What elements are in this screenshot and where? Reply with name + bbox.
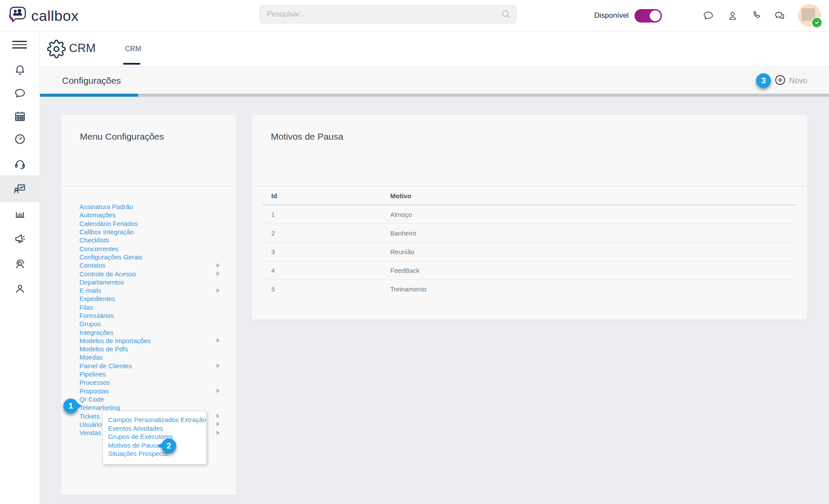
sidebar-item-calendar[interactable] bbox=[0, 104, 39, 128]
phone-icon[interactable] bbox=[748, 0, 765, 31]
menu-item-modelos-de-importacoes[interactable]: Modelos de Importações bbox=[61, 337, 236, 345]
submenu-item-motivos-de-pausa[interactable]: Motivos de Pausa bbox=[108, 441, 206, 450]
menu-item-integracoes[interactable]: Integrações bbox=[61, 328, 236, 336]
global-search bbox=[260, 5, 516, 23]
search-icon bbox=[501, 9, 511, 21]
table-cell: Banheiro bbox=[390, 224, 796, 242]
menu-item-configuracoes-gerais[interactable]: Configurações Gerais bbox=[61, 253, 236, 261]
menu-item-pipelines[interactable]: Pipelines bbox=[61, 370, 236, 378]
search-input[interactable] bbox=[260, 5, 516, 23]
menu-item-label: Telemarketing bbox=[79, 404, 120, 411]
content-area: Menu Configurações Assinatura PadrãoAuto… bbox=[39, 97, 829, 504]
menu-item-label: Calendário Feriados bbox=[79, 220, 138, 227]
user-icon[interactable] bbox=[724, 0, 741, 31]
menu-item-label: Moedas bbox=[79, 353, 102, 361]
menu-item-painel-de-clientes[interactable]: Painel de Clientes bbox=[61, 362, 236, 370]
column-header-id: Id bbox=[263, 187, 390, 205]
comment-icon[interactable] bbox=[700, 0, 717, 31]
menu-item-calendario-feriados[interactable]: Calendário Feriados bbox=[61, 219, 236, 228]
sidebar-item-support[interactable] bbox=[0, 152, 39, 176]
app-title: CRM bbox=[69, 42, 96, 55]
menu-item-contatos[interactable]: Contatos bbox=[61, 261, 236, 269]
menu-item-label: Vendas bbox=[79, 429, 101, 436]
submenu-item-situacoes-prospects[interactable]: Situações Prospects bbox=[108, 449, 206, 458]
table-row[interactable]: 1Almoço bbox=[263, 205, 796, 224]
menu-item-expedientes[interactable]: Expedientes bbox=[61, 295, 236, 303]
menu-item-qr-code[interactable]: Qr Code bbox=[61, 395, 236, 403]
bar-chart-icon bbox=[13, 207, 26, 220]
menu-item-callbox-integracao[interactable]: Callbox Integração bbox=[61, 228, 236, 236]
chevron-right-icon bbox=[217, 431, 220, 435]
menu-item-label: Expedientes bbox=[79, 295, 115, 302]
plus-circle-icon bbox=[775, 75, 786, 87]
sidebar-item-reports[interactable] bbox=[0, 201, 39, 226]
menu-item-moedas[interactable]: Moedas bbox=[61, 353, 236, 361]
sidebar-item-chat[interactable] bbox=[0, 81, 39, 105]
menu-item-grupos[interactable]: Grupos bbox=[61, 320, 236, 328]
menu-item-filas[interactable]: Filas bbox=[61, 303, 236, 311]
person-icon bbox=[13, 282, 26, 295]
page-strip: Configurações 3 Novo bbox=[39, 67, 829, 94]
menu-item-label: Concorrentes bbox=[79, 245, 118, 252]
menu-item-controle-de-acesso[interactable]: Controle de Acesso bbox=[61, 269, 236, 278]
menu-item-modelos-de-pdfs[interactable]: Modelos de Pdfs bbox=[61, 345, 236, 353]
menu-item-label: Integrações bbox=[79, 329, 113, 336]
menu-item-formularios[interactable]: Formulários bbox=[61, 311, 236, 320]
menu-item-label: Formulários bbox=[79, 312, 114, 319]
menu-item-label: Pipelines bbox=[79, 370, 106, 378]
table-row[interactable]: 2Banheiro bbox=[263, 224, 796, 242]
new-button[interactable]: Novo bbox=[775, 75, 807, 87]
callbox-logo-icon bbox=[7, 5, 28, 26]
submenu-item-eventos-atividades[interactable]: Eventos Atividades bbox=[108, 424, 206, 433]
gauge-icon bbox=[13, 132, 26, 145]
availability-label: Disponível bbox=[594, 11, 628, 20]
calendar-icon bbox=[13, 110, 26, 123]
availability-toggle[interactable] bbox=[635, 9, 662, 23]
page-title: Configurações bbox=[62, 67, 121, 94]
tab-crm[interactable]: CRM bbox=[125, 45, 141, 53]
crm-board-icon bbox=[13, 182, 26, 195]
conversations-icon[interactable] bbox=[771, 0, 788, 31]
pause-table-body: 1Almoço2Banheiro3Reunião4FeedBack5Treina… bbox=[263, 205, 796, 298]
table-cell: 5 bbox=[263, 280, 390, 298]
table-cell: Reunião bbox=[390, 242, 796, 261]
menu-item-automacoes[interactable]: Automações bbox=[61, 211, 236, 219]
sidebar-item-agents[interactable] bbox=[0, 252, 39, 276]
sidebar-item-profile[interactable] bbox=[0, 276, 39, 301]
table-cell: 1 bbox=[263, 205, 390, 224]
table-row[interactable]: 4FeedBack bbox=[263, 261, 796, 280]
chevron-right-icon bbox=[217, 263, 220, 268]
menu-item-propostas[interactable]: Propostas bbox=[61, 387, 236, 395]
sidebar-item-notifications[interactable] bbox=[0, 58, 39, 82]
sidebar-item-dashboard[interactable] bbox=[0, 127, 39, 151]
submenu-item-grupos-de-executores[interactable]: Grupos de Executores bbox=[108, 432, 206, 441]
column-header-motivo: Motivo bbox=[390, 187, 796, 205]
chevron-right-icon bbox=[217, 422, 220, 426]
sidebar-item-campaigns[interactable] bbox=[0, 226, 39, 251]
menu-item-assinatura-padrao[interactable]: Assinatura Padrão bbox=[61, 203, 236, 211]
menu-item-label: Modelos de Pdfs bbox=[79, 345, 128, 353]
menu-item-checklists[interactable]: Checklists bbox=[61, 236, 236, 244]
menu-item-label: Checklists bbox=[79, 236, 109, 244]
menu-item-departamentos[interactable]: Departamentos bbox=[61, 278, 236, 286]
menu-item-e-mails[interactable]: E-mails bbox=[61, 286, 236, 295]
chevron-right-icon bbox=[217, 288, 220, 293]
active-rule-segment bbox=[39, 94, 138, 97]
menu-item-label: Configurações Gerais bbox=[79, 253, 142, 261]
menu-item-processos[interactable]: Processos bbox=[61, 378, 236, 386]
menu-item-label: Qr Code bbox=[79, 396, 104, 403]
submenu-item-campos-personalizados-extracao[interactable]: Campos Personalizados Extração bbox=[108, 416, 206, 424]
pause-reasons-table: IdMotivo 1Almoço2Banheiro3Reunião4FeedBa… bbox=[252, 187, 807, 298]
sidebar-item-crm[interactable] bbox=[0, 175, 39, 202]
table-row[interactable]: 5Treinamento bbox=[263, 280, 796, 298]
annotation-badge-2: 2 bbox=[161, 439, 176, 453]
callbox-logo[interactable]: callbox bbox=[7, 4, 79, 27]
sidebar bbox=[0, 31, 40, 504]
chat-icon bbox=[13, 87, 26, 100]
annotation-badge-3: 3 bbox=[756, 73, 771, 88]
avatar[interactable] bbox=[798, 4, 821, 27]
menu-item-concorrentes[interactable]: Concorrentes bbox=[61, 244, 236, 252]
table-row[interactable]: 3Reunião bbox=[263, 242, 796, 261]
menu-icon[interactable] bbox=[12, 41, 27, 51]
menu-item-label: Tickets bbox=[79, 412, 100, 420]
